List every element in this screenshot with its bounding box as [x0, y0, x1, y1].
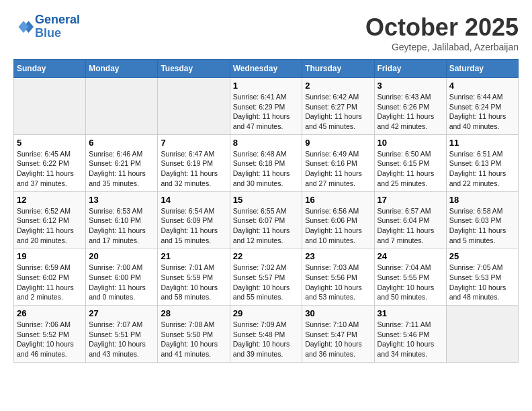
- day-number: 28: [161, 308, 226, 318]
- day-number: 10: [378, 138, 443, 148]
- day-info: Sunrise: 7:01 AM Sunset: 5:59 PM Dayligh…: [161, 263, 226, 302]
- day-number: 13: [89, 195, 154, 205]
- calendar-cell: 3Sunrise: 6:43 AM Sunset: 6:26 PM Daylig…: [374, 78, 446, 135]
- weekday-header-row: SundayMondayTuesdayWednesdayThursdayFrid…: [14, 60, 519, 78]
- calendar-cell: 27Sunrise: 7:07 AM Sunset: 5:51 PM Dayli…: [86, 306, 158, 363]
- calendar-week-4: 19Sunrise: 6:59 AM Sunset: 6:02 PM Dayli…: [14, 248, 519, 306]
- month-title: October 2025: [365, 13, 519, 42]
- logo-line2: Blue: [35, 26, 61, 40]
- calendar-cell: 11Sunrise: 6:51 AM Sunset: 6:13 PM Dayli…: [446, 134, 518, 191]
- logo-icon: [13, 17, 34, 37]
- day-number: 31: [378, 308, 443, 318]
- logo-text: General Blue: [35, 13, 80, 40]
- day-info: Sunrise: 6:56 AM Sunset: 6:06 PM Dayligh…: [305, 206, 371, 246]
- calendar-cell: 16Sunrise: 6:56 AM Sunset: 6:06 PM Dayli…: [302, 191, 374, 248]
- calendar-cell: 6Sunrise: 6:46 AM Sunset: 6:21 PM Daylig…: [86, 134, 158, 191]
- calendar-cell: 8Sunrise: 6:48 AM Sunset: 6:18 PM Daylig…: [230, 134, 302, 191]
- calendar-cell: 10Sunrise: 6:50 AM Sunset: 6:15 PM Dayli…: [374, 134, 446, 191]
- calendar-cell: 9Sunrise: 6:49 AM Sunset: 6:16 PM Daylig…: [302, 134, 374, 191]
- calendar-week-5: 26Sunrise: 7:06 AM Sunset: 5:52 PM Dayli…: [14, 306, 519, 363]
- day-number: 19: [17, 251, 83, 261]
- calendar-cell: 24Sunrise: 7:04 AM Sunset: 5:55 PM Dayli…: [374, 248, 446, 306]
- day-info: Sunrise: 7:09 AM Sunset: 5:48 PM Dayligh…: [233, 320, 300, 359]
- day-info: Sunrise: 6:46 AM Sunset: 6:21 PM Dayligh…: [89, 149, 154, 189]
- day-number: 16: [305, 195, 371, 205]
- day-info: Sunrise: 6:58 AM Sunset: 6:03 PM Dayligh…: [449, 206, 515, 246]
- day-info: Sunrise: 6:41 AM Sunset: 6:29 PM Dayligh…: [233, 92, 300, 132]
- day-info: Sunrise: 6:57 AM Sunset: 6:04 PM Dayligh…: [378, 206, 443, 246]
- day-info: Sunrise: 6:50 AM Sunset: 6:15 PM Dayligh…: [378, 149, 443, 189]
- day-number: 24: [378, 251, 443, 261]
- day-number: 18: [449, 195, 515, 205]
- day-number: 2: [305, 81, 371, 91]
- weekday-header-friday: Friday: [374, 60, 446, 78]
- calendar-cell: [158, 78, 230, 135]
- day-info: Sunrise: 7:03 AM Sunset: 5:56 PM Dayligh…: [305, 263, 371, 302]
- day-info: Sunrise: 6:43 AM Sunset: 6:26 PM Dayligh…: [378, 92, 443, 132]
- day-info: Sunrise: 7:00 AM Sunset: 6:00 PM Dayligh…: [89, 263, 154, 302]
- day-info: Sunrise: 6:52 AM Sunset: 6:12 PM Dayligh…: [17, 206, 83, 246]
- calendar-week-3: 12Sunrise: 6:52 AM Sunset: 6:12 PM Dayli…: [14, 191, 519, 248]
- weekday-header-sunday: Sunday: [14, 60, 86, 78]
- calendar-cell: 1Sunrise: 6:41 AM Sunset: 6:29 PM Daylig…: [230, 78, 302, 135]
- day-info: Sunrise: 7:10 AM Sunset: 5:47 PM Dayligh…: [305, 320, 371, 359]
- calendar-cell: 14Sunrise: 6:54 AM Sunset: 6:09 PM Dayli…: [158, 191, 230, 248]
- day-info: Sunrise: 6:55 AM Sunset: 6:07 PM Dayligh…: [233, 206, 300, 246]
- location-subtitle: Geytepe, Jalilabad, Azerbaijan: [365, 42, 519, 52]
- day-number: 26: [17, 308, 83, 318]
- calendar-cell: 5Sunrise: 6:45 AM Sunset: 6:22 PM Daylig…: [14, 134, 86, 191]
- day-number: 22: [233, 251, 300, 261]
- day-number: 12: [17, 195, 83, 205]
- day-number: 8: [233, 138, 300, 148]
- weekday-header-wednesday: Wednesday: [230, 60, 302, 78]
- day-info: Sunrise: 6:48 AM Sunset: 6:18 PM Dayligh…: [233, 149, 300, 189]
- day-info: Sunrise: 7:11 AM Sunset: 5:46 PM Dayligh…: [378, 320, 443, 359]
- day-number: 4: [449, 81, 515, 91]
- day-number: 14: [161, 195, 226, 205]
- day-number: 23: [305, 251, 371, 261]
- day-number: 1: [233, 81, 300, 91]
- calendar-cell: 4Sunrise: 6:44 AM Sunset: 6:24 PM Daylig…: [446, 78, 518, 135]
- calendar-cell: 30Sunrise: 7:10 AM Sunset: 5:47 PM Dayli…: [302, 306, 374, 363]
- calendar-cell: 17Sunrise: 6:57 AM Sunset: 6:04 PM Dayli…: [374, 191, 446, 248]
- calendar-cell: [86, 78, 158, 135]
- day-info: Sunrise: 6:54 AM Sunset: 6:09 PM Dayligh…: [161, 206, 226, 246]
- calendar-cell: 25Sunrise: 7:05 AM Sunset: 5:53 PM Dayli…: [446, 248, 518, 306]
- day-info: Sunrise: 7:02 AM Sunset: 5:57 PM Dayligh…: [233, 263, 300, 302]
- weekday-header-monday: Monday: [86, 60, 158, 78]
- calendar-cell: 29Sunrise: 7:09 AM Sunset: 5:48 PM Dayli…: [230, 306, 302, 363]
- logo-line1: General: [35, 13, 80, 26]
- day-number: 27: [89, 308, 154, 318]
- calendar-week-2: 5Sunrise: 6:45 AM Sunset: 6:22 PM Daylig…: [14, 134, 519, 191]
- day-number: 25: [449, 251, 515, 261]
- calendar-cell: 26Sunrise: 7:06 AM Sunset: 5:52 PM Dayli…: [14, 306, 86, 363]
- calendar-cell: 19Sunrise: 6:59 AM Sunset: 6:02 PM Dayli…: [14, 248, 86, 306]
- weekday-header-thursday: Thursday: [302, 60, 374, 78]
- day-number: 5: [17, 138, 83, 148]
- day-number: 11: [449, 138, 515, 148]
- logo: General Blue: [13, 13, 80, 40]
- day-info: Sunrise: 6:44 AM Sunset: 6:24 PM Dayligh…: [449, 92, 515, 132]
- day-info: Sunrise: 6:51 AM Sunset: 6:13 PM Dayligh…: [449, 149, 515, 189]
- calendar-cell: 20Sunrise: 7:00 AM Sunset: 6:00 PM Dayli…: [86, 248, 158, 306]
- day-number: 17: [378, 195, 443, 205]
- day-info: Sunrise: 6:47 AM Sunset: 6:19 PM Dayligh…: [161, 149, 226, 189]
- weekday-header-saturday: Saturday: [446, 60, 518, 78]
- calendar-week-1: 1Sunrise: 6:41 AM Sunset: 6:29 PM Daylig…: [14, 78, 519, 135]
- day-number: 3: [378, 81, 443, 91]
- day-info: Sunrise: 7:08 AM Sunset: 5:50 PM Dayligh…: [161, 320, 226, 359]
- calendar-cell: 15Sunrise: 6:55 AM Sunset: 6:07 PM Dayli…: [230, 191, 302, 248]
- day-info: Sunrise: 6:53 AM Sunset: 6:10 PM Dayligh…: [89, 206, 154, 246]
- day-number: 20: [89, 251, 154, 261]
- page-header: General Blue October 2025 Geytepe, Jalil…: [13, 13, 519, 52]
- day-info: Sunrise: 6:42 AM Sunset: 6:27 PM Dayligh…: [305, 92, 371, 132]
- calendar-table: SundayMondayTuesdayWednesdayThursdayFrid…: [13, 59, 519, 363]
- day-info: Sunrise: 6:49 AM Sunset: 6:16 PM Dayligh…: [305, 149, 371, 189]
- day-number: 21: [161, 251, 226, 261]
- calendar-cell: 12Sunrise: 6:52 AM Sunset: 6:12 PM Dayli…: [14, 191, 86, 248]
- calendar-cell: 18Sunrise: 6:58 AM Sunset: 6:03 PM Dayli…: [446, 191, 518, 248]
- day-info: Sunrise: 6:59 AM Sunset: 6:02 PM Dayligh…: [17, 263, 83, 302]
- calendar-cell: 23Sunrise: 7:03 AM Sunset: 5:56 PM Dayli…: [302, 248, 374, 306]
- day-number: 6: [89, 138, 154, 148]
- day-info: Sunrise: 7:07 AM Sunset: 5:51 PM Dayligh…: [89, 320, 154, 359]
